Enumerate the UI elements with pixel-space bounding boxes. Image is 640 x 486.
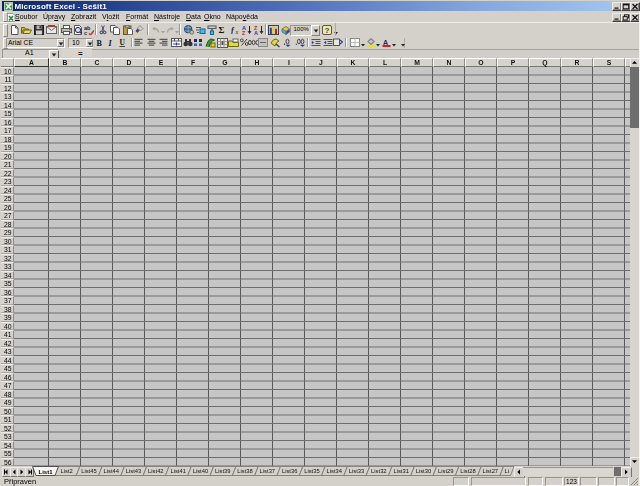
svg-text:List38: List38 [237, 468, 252, 474]
svg-text:List43: List43 [126, 468, 141, 474]
svg-text:List40: List40 [193, 468, 208, 474]
svg-text:List27: List27 [483, 468, 498, 474]
svg-text:List32: List32 [371, 468, 386, 474]
svg-text:List31: List31 [393, 468, 408, 474]
svg-text:List34: List34 [327, 468, 343, 474]
svg-text:I: I [108, 39, 113, 48]
svg-text:List41: List41 [170, 468, 185, 474]
svg-text:U: U [120, 38, 126, 47]
svg-text:B: B [97, 39, 103, 48]
svg-text:List29: List29 [438, 468, 453, 474]
svg-text:List2: List2 [61, 468, 73, 474]
svg-text:List33: List33 [349, 468, 364, 474]
svg-text:List45: List45 [81, 468, 96, 474]
svg-text:Li: Li [504, 468, 509, 474]
svg-text:List36: List36 [282, 468, 297, 474]
svg-text:A: A [383, 39, 388, 46]
svg-text:List42: List42 [148, 468, 163, 474]
svg-text:List44: List44 [104, 468, 120, 474]
svg-text:List39: List39 [215, 468, 230, 474]
svg-text:List28: List28 [460, 468, 475, 474]
svg-text:List30: List30 [416, 468, 431, 474]
svg-text:List35: List35 [304, 468, 319, 474]
svg-text:List37: List37 [260, 468, 275, 474]
svg-text:?: ? [324, 26, 329, 35]
svg-text:List1: List1 [38, 469, 53, 475]
